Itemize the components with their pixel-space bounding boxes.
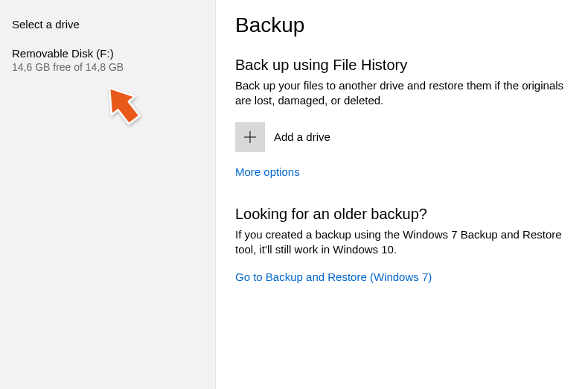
plus-icon: [235, 122, 265, 152]
drive-name: Removable Disk (F:): [12, 47, 203, 60]
older-backup-heading: Looking for an older backup?: [235, 206, 567, 223]
add-drive-label: Add a drive: [274, 130, 330, 143]
drive-free-space: 14,6 GB free of 14,8 GB: [12, 61, 203, 73]
backup-restore-win7-link[interactable]: Go to Backup and Restore (Windows 7): [235, 271, 432, 283]
page-title: Backup: [235, 13, 567, 37]
file-history-desc: Back up your files to another drive and …: [235, 78, 567, 109]
older-backup-section: Looking for an older backup? If you crea…: [235, 206, 567, 285]
drive-item-removable-f[interactable]: Removable Disk (F:) 14,6 GB free of 14,8…: [12, 47, 203, 73]
more-options-link[interactable]: More options: [235, 165, 300, 178]
file-history-heading: Back up using File History: [235, 57, 567, 74]
drive-select-panel: Select a drive Removable Disk (F:) 14,6 …: [0, 0, 216, 389]
older-backup-desc: If you created a backup using the Window…: [235, 227, 567, 258]
file-history-section: Back up using File History Back up your …: [235, 57, 567, 179]
backup-main-panel: Backup Back up using File History Back u…: [216, 0, 588, 389]
add-drive-button[interactable]: Add a drive: [235, 122, 567, 152]
select-drive-title: Select a drive: [12, 18, 203, 31]
